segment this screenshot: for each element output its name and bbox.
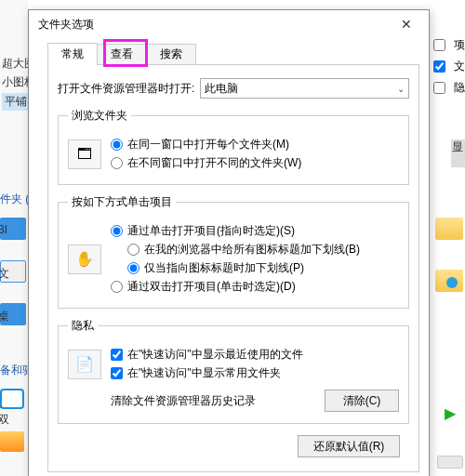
browse-folders-group: 浏览文件夹 🗔 在同一窗口中打开每个文件夹(M) 在不同窗口中打开不同的文件夹(… bbox=[58, 108, 409, 185]
tab-search[interactable]: 搜索 bbox=[146, 44, 196, 66]
show-frequent-folders-option[interactable]: 在"快速访问"中显示常用文件夹 bbox=[111, 365, 399, 381]
tabs: 常规 查看 搜索 bbox=[47, 42, 419, 64]
restore-defaults-button[interactable]: 还原默认值(R) bbox=[298, 435, 400, 457]
checkbox[interactable] bbox=[433, 39, 445, 51]
same-window-option[interactable]: 在同一窗口中打开每个文件夹(M) bbox=[111, 137, 399, 152]
clear-button[interactable]: 清除(C) bbox=[325, 390, 399, 412]
privacy-icon: 📄 bbox=[68, 350, 101, 379]
double-click-option[interactable]: 通过双击打开项目(单击时选定)(D) bbox=[111, 279, 399, 295]
tab-general[interactable]: 常规 bbox=[47, 43, 98, 65]
titlebar: 文件夹选项 ✕ bbox=[29, 10, 429, 38]
chevron-down-icon: ⌄ bbox=[397, 84, 405, 94]
browse-legend: 浏览文件夹 bbox=[68, 108, 131, 124]
bg-side: 双 bbox=[0, 412, 9, 428]
single-click-option[interactable]: 通过单击打开项目(指向时选定)(S) bbox=[111, 223, 399, 239]
window-icon: 🗔 bbox=[68, 139, 101, 169]
underline-all-option[interactable]: 在我的浏览器中给所有图标标题加下划线(B) bbox=[127, 242, 399, 258]
clear-history-label: 清除文件资源管理器历史记录 bbox=[111, 393, 325, 409]
open-explorer-select[interactable]: 此电脑 ⌄ bbox=[200, 78, 409, 99]
view-options-strip: 项目组 文件技 隐藏的 bbox=[433, 37, 465, 96]
bg-toolbar: 平铺 bbox=[2, 93, 30, 111]
checkbox[interactable] bbox=[433, 82, 445, 94]
click-legend: 按如下方式单击项目 bbox=[68, 194, 176, 210]
bg-side: 桌 bbox=[0, 309, 9, 324]
underline-hover-option[interactable]: 仅当指向图标标题时加下划线(P) bbox=[127, 260, 399, 276]
new-window-option[interactable]: 在不同窗口中打开不同的文件夹(W) bbox=[111, 155, 399, 171]
cursor-icon: ✋ bbox=[68, 245, 101, 274]
click-items-group: 按如下方式单击项目 ✋ 通过单击打开项目(指向时选定)(S) 在我的浏览器中给所… bbox=[58, 194, 409, 309]
folder-options-dialog: 文件夹选项 ✕ 常规 查看 搜索 打开文件资源管理器时打开: 此电脑 ⌄ 浏览文… bbox=[28, 9, 430, 476]
bg-side: 3I bbox=[0, 223, 7, 236]
privacy-legend: 隐私 bbox=[68, 318, 98, 334]
checkbox[interactable] bbox=[433, 60, 445, 73]
open-explorer-label: 打开文件资源管理器时打开: bbox=[58, 81, 194, 97]
privacy-group: 隐私 📄 在"快速访问"中显示最近使用的文件 在"快速访问"中显示常用文件夹 清… bbox=[58, 318, 409, 424]
tab-content: 打开文件资源管理器时打开: 此电脑 ⌄ 浏览文件夹 🗔 在同一窗口中打开每个文件… bbox=[47, 64, 419, 472]
tab-view[interactable]: 查看 bbox=[97, 44, 147, 66]
show-recent-files-option[interactable]: 在"快速访问"中显示最近使用的文件 bbox=[111, 347, 399, 363]
bg-side: 文 bbox=[0, 266, 9, 282]
bg-side: 显 bbox=[452, 139, 463, 155]
dialog-title: 文件夹选项 bbox=[38, 17, 390, 33]
close-button[interactable]: ✕ bbox=[390, 12, 423, 36]
